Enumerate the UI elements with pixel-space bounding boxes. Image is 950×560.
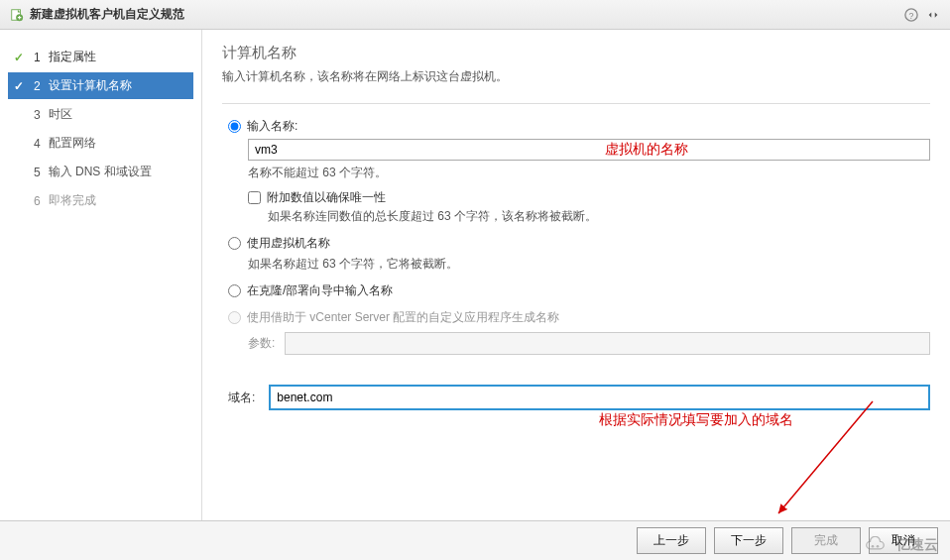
append-numeric-hint: 如果名称连同数值的总长度超过 63 个字符，该名称将被截断。 — [268, 208, 930, 225]
name-input-wrap: 名称不能超过 63 个字符。 附加数值以确保唯一性 如果名称连同数值的总长度超过… — [248, 139, 930, 225]
next-button[interactable]: 下一步 — [714, 527, 783, 554]
svg-point-5 — [872, 545, 875, 548]
step-3: 3 时区 — [8, 101, 193, 128]
append-numeric-label: 附加数值以确保唯一性 — [267, 189, 386, 206]
page-heading: 计算机名称 — [222, 44, 930, 62]
use-vm-hint: 如果名称超过 63 个字符，它将被截断。 — [248, 256, 930, 273]
step-num: 1 — [34, 51, 41, 64]
annotation-arrow — [764, 396, 883, 525]
watermark: 亿速云 — [863, 536, 938, 554]
step-label: 配置网络 — [49, 135, 96, 152]
radio-enter-name[interactable] — [228, 120, 241, 133]
finish-button: 完成 — [791, 527, 861, 554]
radio-enter-in-wizard[interactable] — [228, 284, 241, 297]
param-row: 参数: — [248, 332, 930, 355]
option-enter-name[interactable]: 输入名称: — [228, 118, 930, 135]
step-1[interactable]: ✓ 1 指定属性 — [8, 44, 193, 70]
form-area: 输入名称: 名称不能超过 63 个字符。 附加数值以确保唯一性 如果名称连同数值… — [222, 118, 930, 410]
footer: 上一步 下一步 完成 取消 — [0, 520, 950, 560]
step-num: 6 — [34, 194, 41, 208]
help-icon[interactable]: ? — [904, 8, 918, 22]
check-icon: ✓ — [14, 51, 26, 64]
page-subheading: 输入计算机名称，该名称将在网络上标识这台虚拟机。 — [222, 68, 930, 85]
check-icon: ✓ — [14, 79, 26, 93]
step-num: 4 — [34, 137, 41, 151]
step-label: 即将完成 — [49, 192, 96, 209]
divider — [222, 103, 930, 104]
step-label: 输入 DNS 和域设置 — [49, 164, 152, 180]
domain-label: 域名: — [228, 390, 255, 406]
step-num: 5 — [34, 166, 41, 179]
vm-name-input[interactable] — [248, 139, 930, 161]
radio-vcenter-app-label: 使用借助于 vCenter Server 配置的自定义应用程序生成名称 — [247, 309, 559, 326]
step-5: 5 输入 DNS 和域设置 — [8, 159, 193, 185]
titlebar-left: 新建虚拟机客户机自定义规范 — [10, 6, 184, 23]
radio-vcenter-app — [228, 311, 241, 324]
radio-row-use-vm[interactable]: 使用虚拟机名称 — [228, 235, 930, 252]
titlebar: 新建虚拟机客户机自定义规范 ? — [0, 0, 950, 30]
radio-use-vm-name-label: 使用虚拟机名称 — [247, 235, 330, 252]
option-enter-in-wizard: 在克隆/部署向导中输入名称 — [228, 282, 930, 299]
prev-button[interactable]: 上一步 — [637, 527, 706, 554]
radio-row-vcenter: 使用借助于 vCenter Server 配置的自定义应用程序生成名称 — [228, 309, 930, 326]
radio-row-wizard[interactable]: 在克隆/部署向导中输入名称 — [228, 282, 930, 299]
titlebar-right: ? — [904, 8, 940, 22]
svg-line-4 — [778, 401, 873, 513]
name-hint: 名称不能超过 63 个字符。 — [248, 165, 930, 181]
step-label: 时区 — [49, 106, 72, 123]
annotation-vm-name: 虚拟机的名称 — [605, 141, 688, 159]
step-label: 指定属性 — [49, 49, 96, 65]
title-text: 新建虚拟机客户机自定义规范 — [30, 6, 184, 23]
svg-point-6 — [877, 545, 880, 548]
radio-enter-name-label: 输入名称: — [247, 118, 297, 135]
step-num: 3 — [34, 108, 41, 122]
step-2[interactable]: ✓ 2 设置计算机名称 — [8, 72, 193, 99]
sidebar: ✓ 1 指定属性 ✓ 2 设置计算机名称 3 时区 4 配置网络 5 输入 DN… — [0, 30, 202, 524]
append-numeric-checkbox[interactable] — [248, 191, 261, 204]
expand-icon[interactable] — [926, 8, 940, 22]
radio-enter-in-wizard-label: 在克隆/部署向导中输入名称 — [247, 282, 393, 299]
step-4: 4 配置网络 — [8, 130, 193, 157]
param-label: 参数: — [248, 335, 275, 352]
watermark-text: 亿速云 — [896, 536, 938, 554]
svg-text:?: ? — [909, 10, 914, 20]
watermark-icon — [863, 536, 892, 554]
append-numeric-row[interactable]: 附加数值以确保唯一性 — [248, 189, 930, 206]
step-num: 2 — [34, 79, 41, 93]
option-use-vm-name: 使用虚拟机名称 如果名称超过 63 个字符，它将被截断。 — [228, 235, 930, 273]
radio-use-vm-name[interactable] — [228, 237, 241, 250]
param-input — [285, 332, 930, 355]
step-6: 6 即将完成 — [8, 187, 193, 214]
option-vcenter-app: 使用借助于 vCenter Server 配置的自定义应用程序生成名称 参数: — [228, 309, 930, 355]
new-spec-icon — [10, 8, 24, 22]
step-label: 设置计算机名称 — [49, 77, 132, 94]
